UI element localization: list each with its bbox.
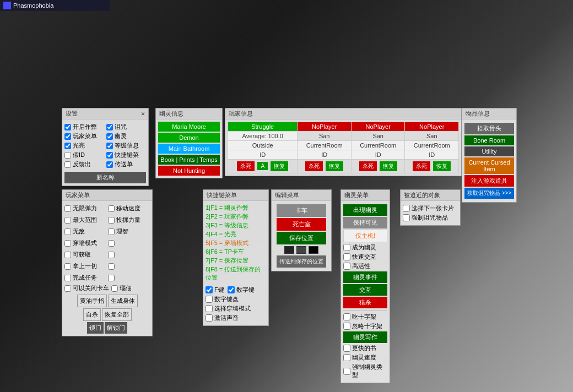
cb-obtainable-input[interactable]: [64, 252, 71, 258]
cb-fake-id-input[interactable]: [64, 152, 71, 159]
restore-btn-2[interactable]: 恢复: [326, 161, 343, 171]
restore-all-button[interactable]: 恢复全部: [102, 308, 132, 321]
color-box-2[interactable]: [296, 246, 306, 254]
cb-open-cheat-input[interactable]: [64, 124, 71, 130]
player-menu-title: 玩家菜单: [66, 191, 90, 199]
cb-level-info: 等级信息: [106, 141, 146, 150]
hotkey-8: 8|F8 = 传送到保存的位置: [206, 265, 266, 282]
ghost-event-button[interactable]: 幽灵事件: [343, 271, 387, 283]
cb-empty4: [108, 274, 150, 282]
cb-activate-sound-input[interactable]: [206, 314, 213, 322]
settings-close-button[interactable]: ×: [141, 110, 145, 118]
cb-max-range-input[interactable]: [64, 217, 71, 224]
cb-level-info-label: 等级信息: [115, 141, 139, 150]
cb-sanity-input[interactable]: [108, 228, 115, 235]
cb-high-activity-input[interactable]: [343, 263, 350, 270]
cb-feedback-input[interactable]: [64, 161, 71, 168]
color-box-3[interactable]: [309, 246, 318, 254]
tp-send-button[interactable]: 传送到保存的位置: [277, 255, 326, 268]
divider1: [343, 310, 387, 311]
butter-fingers-button[interactable]: 黄油手指: [77, 295, 107, 307]
cb-move-speed-input[interactable]: [108, 205, 115, 212]
kill-btn-2[interactable]: 杀死: [305, 161, 323, 171]
restore-btn-1[interactable]: 恢复: [271, 161, 288, 171]
cb-ghost-input[interactable]: [106, 133, 113, 140]
utility-button[interactable]: Utility: [464, 146, 514, 156]
cb-force-ghost-type-label: 强制幽灵类型: [352, 363, 387, 379]
kill-btn-4[interactable]: 杀死: [413, 161, 430, 171]
player-actions-3: 杀死 恢复: [351, 160, 405, 173]
spawn-body-button[interactable]: 生成身体: [108, 295, 138, 307]
cb-naodian-input[interactable]: [111, 285, 118, 292]
cb-faster-book-input[interactable]: [343, 345, 350, 352]
cb-take-all-label: 拿上一切: [73, 262, 97, 270]
cb-level-info-input[interactable]: [106, 143, 113, 149]
cb-ghost-speed-input[interactable]: [343, 354, 350, 361]
cb-player-menu-input[interactable]: [64, 133, 71, 140]
cb-throw-power-input[interactable]: [108, 217, 115, 224]
interact-button[interactable]: 交互: [343, 284, 387, 296]
player-id-1: ID: [228, 150, 298, 160]
suicide-button[interactable]: 自杀: [83, 308, 101, 321]
cb-complete-task-input[interactable]: [64, 275, 71, 281]
unlock-door-button[interactable]: 解锁门: [105, 322, 127, 334]
cb-f-key-input[interactable]: [206, 286, 213, 293]
inject-item-button[interactable]: 注入游戏道具: [464, 175, 514, 187]
cb-cross-ignore-input[interactable]: [343, 323, 350, 330]
cb-numpad-input[interactable]: [206, 296, 213, 303]
cb-quick-interact-input[interactable]: [343, 253, 350, 260]
player-actions-4: 杀死 恢复: [405, 160, 459, 173]
get-cursed-item-button[interactable]: 获取诅咒物品 >>>: [464, 188, 514, 199]
cb-max-range: 最大范围: [64, 216, 107, 224]
cb-teleport-single-input[interactable]: [106, 161, 113, 168]
cb-cross-eat: 吃十字架: [343, 313, 387, 321]
truck-button[interactable]: 卡车: [277, 204, 326, 217]
player-id-3: ID: [351, 150, 405, 160]
ghost-writing-button[interactable]: 幽灵写作: [343, 331, 387, 343]
death-room-button[interactable]: 死亡室: [277, 218, 326, 231]
cb-light-input[interactable]: [64, 143, 71, 149]
kill-btn-3[interactable]: 杀死: [359, 161, 377, 171]
cursed-item-button[interactable]: Current Cursed Item: [464, 157, 514, 174]
save-position-button[interactable]: 保存位置: [277, 232, 326, 244]
cb-hotkey-input[interactable]: [106, 152, 113, 159]
host-only-button[interactable]: 仅主机!: [343, 230, 387, 242]
cb-force-ghost-type-input[interactable]: [343, 368, 350, 375]
cb-close-truck-input[interactable]: [64, 285, 71, 292]
cb-empty1-input[interactable]: [108, 240, 115, 247]
ghost-info-header: 幽灵信息: [156, 108, 222, 119]
kill-btn-1[interactable]: 杀死: [237, 161, 255, 171]
restore-btn-4[interactable]: 恢复: [433, 161, 451, 171]
cb-noclip-label: 穿墙模式: [73, 239, 97, 247]
restore-btn-3[interactable]: 恢复: [380, 161, 397, 171]
hunt-button[interactable]: 猎杀: [343, 297, 387, 308]
cb-cross-eat-input[interactable]: [343, 313, 350, 320]
cb-select-noclip-label: 选择穿墙模式: [214, 304, 251, 313]
a-btn-1[interactable]: A: [257, 162, 268, 170]
cb-force-cursed-item-input[interactable]: [403, 214, 410, 221]
cb-next-card-input[interactable]: [403, 205, 410, 212]
bone-room-button[interactable]: Bone Room: [464, 135, 514, 145]
cb-become-ghost-input[interactable]: [343, 244, 350, 251]
cb-invincible-input[interactable]: [64, 228, 71, 235]
new-name-button[interactable]: 新名称: [64, 172, 146, 183]
lock-door-button[interactable]: 锁门: [87, 322, 104, 334]
cb-noclip-input[interactable]: [64, 240, 71, 247]
cb-activate-sound-label: 激活声音: [214, 314, 239, 322]
cb-close-truck: 可以关闭卡车 瑙佃: [64, 284, 150, 292]
color-box-1[interactable]: [284, 246, 294, 254]
pickup-bone-button[interactable]: 拾取骨头: [464, 123, 514, 134]
cb-empty3-input[interactable]: [108, 263, 115, 270]
cb-empty2-input[interactable]: [108, 252, 115, 258]
cb-take-all-input[interactable]: [64, 263, 71, 270]
ghost-info-title: 幽灵信息: [159, 110, 183, 118]
cb-obtainable: 可获取: [64, 251, 107, 259]
player-san-4: San: [405, 132, 459, 141]
cb-numkey-input[interactable]: [228, 286, 235, 293]
cb-curse-input[interactable]: [106, 124, 113, 130]
cb-select-noclip-input[interactable]: [206, 305, 213, 312]
cb-empty4-input[interactable]: [108, 275, 115, 281]
appear-ghost-button[interactable]: 出现幽灵: [343, 204, 387, 216]
cb-unlimited-power-input[interactable]: [64, 205, 71, 212]
keep-visible-button[interactable]: 保持可见: [343, 217, 387, 228]
